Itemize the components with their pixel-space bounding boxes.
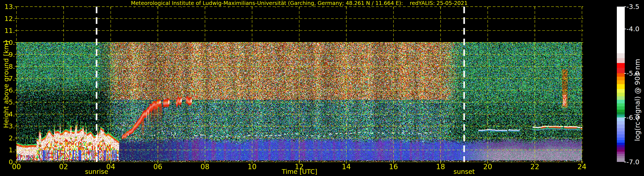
colorbar-segment bbox=[617, 110, 625, 112]
y-tick-label: 12. bbox=[0, 15, 15, 22]
y-tick-label: 5. bbox=[0, 98, 15, 106]
y-tick-label: 4. bbox=[0, 110, 15, 118]
colorbar-segment bbox=[617, 156, 625, 158]
colorbar-tick-mark bbox=[624, 6, 626, 7]
colorbar-tick-label: -6.0 bbox=[626, 114, 640, 121]
colorbar-segment bbox=[617, 112, 625, 114]
colorbar-segment bbox=[617, 77, 625, 80]
x-tick-label: 08 bbox=[196, 163, 214, 171]
colorbar-segment bbox=[617, 53, 625, 58]
x-tick-label: 02 bbox=[54, 163, 73, 171]
y-tick-label: 9. bbox=[0, 51, 15, 58]
colorbar-segment bbox=[617, 150, 625, 152]
colorbar-segment bbox=[617, 145, 625, 147]
colorbar-segment bbox=[617, 143, 625, 145]
colorbar-segment bbox=[617, 152, 625, 154]
y-tick-label: 8. bbox=[0, 63, 15, 70]
colorbar-tick-label: -5.0 bbox=[626, 69, 640, 77]
colorbar-segment bbox=[617, 138, 625, 140]
sunset-label: sunset bbox=[447, 168, 481, 175]
colorbar-segment bbox=[617, 68, 625, 73]
lidar-heatmap-canvas bbox=[14, 4, 584, 166]
colorbar-segment bbox=[617, 100, 625, 103]
colorbar-segment bbox=[617, 73, 625, 77]
x-tick-label: 00 bbox=[7, 163, 26, 171]
y-tick-label: 7. bbox=[0, 75, 15, 82]
y-tick-label: 3. bbox=[0, 122, 15, 130]
colorbar-segment bbox=[617, 140, 625, 143]
x-tick-label: 18 bbox=[431, 163, 450, 171]
y-tick-label: 11. bbox=[0, 27, 15, 34]
colorbar-segment bbox=[617, 84, 625, 89]
colorbar-segment bbox=[617, 118, 625, 121]
lidar-quicklook-app: Meteorological Institute of Ludwig-Maxim… bbox=[0, 0, 644, 176]
x-tick-label: 12 bbox=[290, 163, 309, 171]
colorbar-segment bbox=[617, 121, 625, 125]
x-tick-label: 06 bbox=[148, 163, 167, 171]
colorbar-segment bbox=[617, 125, 625, 128]
colorbar-tick-mark bbox=[624, 73, 626, 74]
x-tick-label: 04 bbox=[102, 163, 120, 171]
colorbar-segment bbox=[617, 134, 625, 138]
colorbar-segment bbox=[617, 115, 625, 116]
y-tick-label: 13. bbox=[0, 3, 15, 10]
colorbar-segment bbox=[617, 58, 625, 63]
y-tick-label: 1. bbox=[0, 146, 15, 154]
x-tick-label: 20 bbox=[478, 163, 497, 171]
x-tick-label: 14 bbox=[337, 163, 356, 171]
colorbar-segment bbox=[617, 154, 625, 156]
colorbar-segment bbox=[617, 106, 625, 110]
colorbar-segment bbox=[617, 7, 625, 53]
colorbar-tick-mark bbox=[624, 162, 626, 162]
colorbar-tick-label: -3.5 bbox=[626, 3, 640, 10]
x-tick-label: 22 bbox=[526, 163, 544, 171]
colorbar-segment bbox=[617, 131, 625, 135]
colorbar-segment bbox=[617, 158, 625, 162]
colorbar-segment bbox=[617, 96, 625, 100]
y-tick-label: 2. bbox=[0, 134, 15, 142]
colorbar-segment bbox=[617, 89, 625, 93]
colorbar bbox=[617, 7, 625, 162]
x-tick-label: 10 bbox=[242, 163, 262, 171]
colorbar-segment bbox=[617, 128, 625, 131]
colorbar-segment bbox=[617, 63, 625, 68]
x-tick-label: 16 bbox=[384, 163, 403, 171]
y-tick-label: 6. bbox=[0, 86, 15, 94]
x-tick-label: 24 bbox=[572, 163, 591, 171]
colorbar-segment bbox=[617, 80, 625, 84]
colorbar-tick-mark bbox=[624, 29, 626, 29]
colorbar-tick-mark bbox=[624, 117, 626, 118]
colorbar-segment bbox=[617, 147, 625, 149]
colorbar-tick-label: -4.0 bbox=[626, 25, 640, 33]
colorbar-tick-label: -7.0 bbox=[626, 158, 640, 166]
colorbar-segment bbox=[617, 103, 625, 107]
colorbar-segment bbox=[617, 93, 625, 96]
y-tick-label: 10. bbox=[0, 39, 15, 46]
